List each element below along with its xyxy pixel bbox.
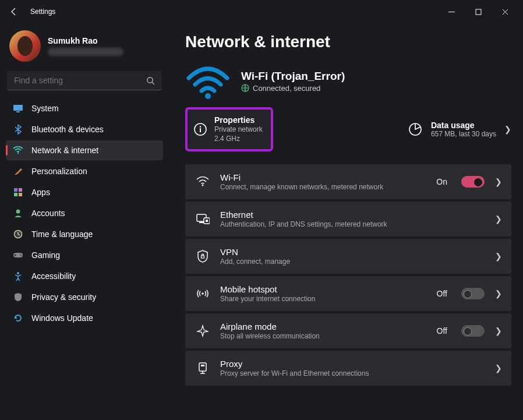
chevron-right-icon: ❯ bbox=[495, 177, 502, 186]
svg-rect-5 bbox=[16, 111, 20, 112]
svg-rect-25 bbox=[199, 222, 204, 223]
sidebar-item-accounts[interactable]: Accounts bbox=[6, 203, 163, 223]
sidebar-item-personalization[interactable]: Personalization bbox=[6, 161, 163, 181]
data-usage-card[interactable]: Data usage 657 MB, last 30 days ❯ bbox=[408, 121, 511, 138]
search-box[interactable] bbox=[7, 71, 162, 90]
properties-title: Properties bbox=[214, 115, 263, 125]
sidebar-item-label: System bbox=[31, 104, 59, 113]
sidebar-item-update[interactable]: Windows Update bbox=[6, 308, 163, 328]
svg-rect-21 bbox=[200, 128, 201, 132]
maximize-button[interactable] bbox=[465, 2, 492, 21]
update-icon bbox=[13, 313, 23, 323]
svg-rect-9 bbox=[14, 193, 17, 196]
back-button[interactable] bbox=[5, 2, 23, 21]
svg-rect-27 bbox=[206, 220, 208, 222]
svg-point-17 bbox=[205, 93, 211, 99]
wifi-icon bbox=[196, 175, 210, 189]
airplane-toggle[interactable] bbox=[461, 325, 485, 337]
hotspot-icon bbox=[196, 287, 210, 301]
data-usage-sub: 657 MB, last 30 days bbox=[431, 130, 496, 138]
search-icon bbox=[146, 76, 155, 85]
user-email bbox=[48, 48, 123, 56]
svg-rect-10 bbox=[19, 193, 22, 196]
svg-point-11 bbox=[16, 210, 20, 214]
sidebar-item-label: Privacy & security bbox=[31, 292, 96, 302]
sidebar-item-label: Bluetooth & devices bbox=[31, 125, 104, 134]
hotspot-toggle[interactable] bbox=[461, 288, 485, 299]
sidebar-item-gaming[interactable]: Gaming bbox=[6, 245, 163, 265]
app-title: Settings bbox=[30, 8, 55, 16]
minimize-button[interactable] bbox=[438, 2, 465, 21]
svg-point-20 bbox=[200, 126, 202, 128]
setting-wifi[interactable]: Wi-FiConnect, manage known networks, met… bbox=[185, 164, 511, 199]
wifi-icon bbox=[13, 145, 23, 156]
sidebar-item-system[interactable]: System bbox=[6, 98, 163, 118]
nav: System Bluetooth & devices Network & int… bbox=[6, 98, 163, 328]
page-title: Network & internet bbox=[185, 33, 511, 51]
chevron-right-icon: ❯ bbox=[495, 326, 502, 336]
window-controls bbox=[438, 2, 518, 21]
apps-icon bbox=[13, 187, 23, 197]
sidebar-item-label: Apps bbox=[31, 188, 50, 197]
svg-point-14 bbox=[20, 254, 21, 255]
globe-icon bbox=[241, 84, 249, 92]
setting-sub: Add, connect, manage bbox=[220, 257, 485, 266]
vpn-shield-icon bbox=[196, 249, 210, 263]
setting-airplane[interactable]: Airplane modeStop all wireless communica… bbox=[185, 313, 511, 348]
chevron-right-icon: ❯ bbox=[495, 214, 502, 224]
sidebar-item-label: Windows Update bbox=[31, 313, 93, 323]
svg-point-16 bbox=[17, 272, 19, 274]
chevron-right-icon: ❯ bbox=[495, 252, 502, 261]
setting-hotspot[interactable]: Mobile hotspotShare your internet connec… bbox=[185, 276, 511, 311]
wifi-status: Connected, secured bbox=[241, 84, 345, 93]
settings-list: Wi-FiConnect, manage known networks, met… bbox=[185, 164, 511, 386]
user-block[interactable]: Sumukh Rao bbox=[6, 28, 163, 71]
setting-ethernet[interactable]: EthernetAuthentication, IP and DNS setti… bbox=[185, 202, 511, 237]
chevron-right-icon: ❯ bbox=[504, 125, 511, 134]
pie-icon bbox=[408, 122, 423, 137]
sidebar: Sumukh Rao System Bluetooth & devices Ne… bbox=[0, 23, 169, 420]
proxy-icon bbox=[196, 361, 210, 375]
titlebar: Settings bbox=[0, 0, 523, 23]
shield-icon bbox=[13, 292, 23, 302]
paintbrush-icon bbox=[13, 166, 23, 177]
sidebar-item-bluetooth[interactable]: Bluetooth & devices bbox=[6, 119, 163, 139]
setting-sub: Share your internet connection bbox=[220, 295, 426, 303]
display-icon bbox=[13, 103, 23, 114]
sidebar-item-time[interactable]: Time & language bbox=[6, 224, 163, 244]
sidebar-item-accessibility[interactable]: Accessibility bbox=[6, 266, 163, 286]
wifi-toggle[interactable] bbox=[461, 176, 485, 188]
airplane-icon bbox=[196, 324, 210, 338]
ethernet-icon bbox=[196, 212, 210, 226]
setting-title: Mobile hotspot bbox=[220, 284, 426, 294]
accessibility-icon bbox=[13, 271, 23, 281]
svg-point-2 bbox=[147, 77, 153, 82]
setting-proxy[interactable]: ProxyProxy server for Wi-Fi and Ethernet… bbox=[185, 351, 511, 386]
setting-sub: Stop all wireless communication bbox=[220, 332, 426, 340]
gamepad-icon bbox=[13, 250, 23, 260]
sidebar-item-apps[interactable]: Apps bbox=[6, 182, 163, 202]
data-usage-title: Data usage bbox=[431, 121, 496, 130]
main: Network & internet Wi-Fi (Trojan_Error) … bbox=[169, 23, 523, 420]
sidebar-item-privacy[interactable]: Privacy & security bbox=[6, 287, 163, 307]
sidebar-item-label: Personalization bbox=[31, 167, 87, 176]
svg-rect-1 bbox=[476, 9, 481, 15]
sidebar-item-label: Accessibility bbox=[31, 271, 76, 281]
sidebar-item-label: Time & language bbox=[31, 230, 93, 239]
wifi-name: Wi-Fi (Trojan_Error) bbox=[241, 70, 345, 83]
user-name: Sumukh Rao bbox=[48, 36, 123, 45]
chevron-right-icon: ❯ bbox=[495, 289, 502, 298]
search-input[interactable] bbox=[14, 76, 146, 85]
svg-point-15 bbox=[21, 255, 22, 256]
toggle-label: On bbox=[436, 177, 447, 186]
close-button[interactable] bbox=[492, 2, 518, 21]
info-icon bbox=[193, 122, 207, 136]
setting-vpn[interactable]: VPNAdd, connect, manage ❯ bbox=[185, 239, 511, 274]
sidebar-item-network[interactable]: Network & internet bbox=[6, 140, 163, 160]
properties-line2: 2.4 GHz bbox=[214, 134, 263, 143]
svg-rect-28 bbox=[202, 256, 204, 258]
setting-sub: Connect, manage known networks, metered … bbox=[220, 183, 426, 191]
setting-title: Ethernet bbox=[220, 210, 485, 220]
properties-card[interactable]: Properties Private network 2.4 GHz bbox=[185, 107, 273, 151]
svg-point-29 bbox=[202, 293, 204, 295]
